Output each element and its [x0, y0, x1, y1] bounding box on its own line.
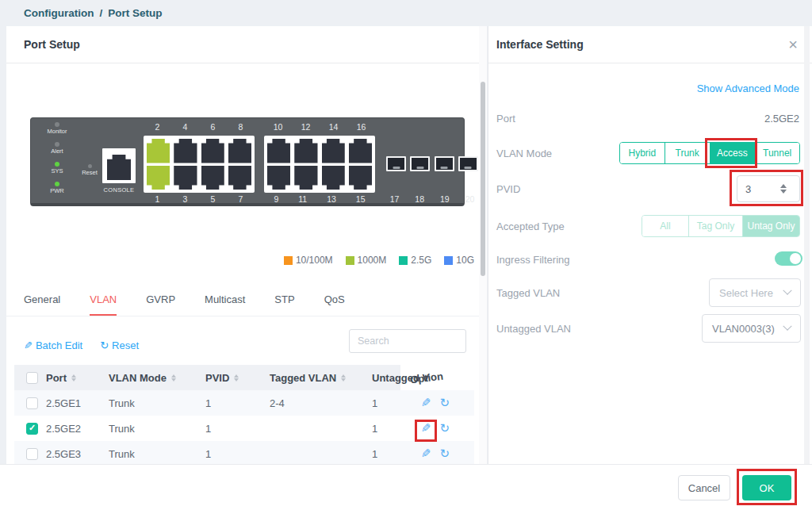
switch-port-2[interactable]	[147, 139, 170, 163]
cell-pvid: 1	[205, 416, 211, 441]
switch-port-4[interactable]	[174, 139, 197, 163]
led-pwr: PWR	[50, 182, 64, 201]
tab-general[interactable]: General	[24, 293, 60, 316]
switch-port-13[interactable]	[322, 166, 345, 190]
table-row-2.5ge3[interactable]: 2.5GE3 Trunk 1 1 ✎↻	[14, 441, 474, 464]
ok-button[interactable]: OK	[742, 475, 791, 500]
edit-row-icon[interactable]: ✎	[421, 421, 431, 435]
port-value: 2.5GE2	[764, 113, 799, 125]
breadcrumb-item-port-setup[interactable]: Port Setup	[108, 7, 162, 19]
header-pvid[interactable]: PVID	[205, 365, 239, 390]
select-all-checkbox[interactable]	[26, 365, 38, 390]
switch-port-15[interactable]	[349, 166, 372, 190]
sort-icon[interactable]	[341, 374, 346, 382]
reset-button-indicator: Reset	[77, 164, 102, 176]
switch-port-18[interactable]	[410, 156, 430, 171]
switch-port-3[interactable]	[174, 166, 197, 190]
search-input[interactable]	[349, 329, 466, 353]
ingress-filtering-toggle[interactable]	[775, 251, 802, 266]
row-checkbox[interactable]	[26, 423, 38, 435]
batch-edit-button[interactable]: ✎Batch Edit	[24, 339, 82, 351]
header-port[interactable]: Port	[46, 365, 76, 390]
vlan-mode-access-button[interactable]: Access	[710, 143, 755, 163]
breadcrumb-item-configuration[interactable]: Configuration	[24, 7, 94, 19]
edit-row-icon[interactable]: ✎	[421, 447, 431, 461]
drawer-scrollbar-track[interactable]	[804, 26, 810, 464]
header-vlan-mode[interactable]: VLAN Mode	[109, 365, 176, 390]
accepted-type-button-group: All Tag Only Untag Only	[642, 215, 800, 237]
untagged-vlan-select[interactable]: VLAN0003(3)	[702, 314, 801, 343]
stepper-up-icon[interactable]	[780, 184, 787, 188]
cell-untagged-vlan: 1	[372, 441, 377, 464]
page: Configuration / Port Setup Port Setup Mo…	[0, 0, 812, 510]
edit-row-icon[interactable]: ✎	[421, 396, 431, 410]
sort-icon[interactable]	[71, 374, 76, 382]
switch-device-graphic: Monitor Alert SYS PWR Reset CONSOLE 2468	[30, 117, 465, 206]
switch-port-17[interactable]	[386, 156, 406, 171]
pencil-icon: ✎	[24, 339, 33, 351]
reset-button[interactable]: ↻Reset	[100, 339, 139, 351]
switch-port-1[interactable]	[147, 166, 170, 190]
switch-port-16[interactable]	[349, 139, 372, 163]
reset-row-icon[interactable]: ↻	[440, 447, 450, 461]
toggle-knob	[790, 253, 801, 264]
switch-port-12[interactable]	[294, 139, 317, 163]
header-tagged-vlan[interactable]: Tagged VLAN	[270, 365, 346, 390]
table-row-2.5ge1[interactable]: 2.5GE1 Trunk 1 2-4 1 ✎↻	[14, 390, 474, 416]
vlan-mode-hybrid-button[interactable]: Hybrid	[620, 143, 665, 163]
table-row-2.5ge2[interactable]: 2.5GE2 Trunk 1 1 ✎↻	[14, 416, 474, 441]
cell-untagged-vlan: 1	[372, 390, 377, 416]
tab-gvrp[interactable]: GVRP	[146, 293, 175, 316]
chevron-down-icon	[783, 286, 791, 295]
reset-row-icon[interactable]: ↻	[440, 421, 450, 435]
scrollbar-thumb[interactable]	[481, 82, 485, 276]
switch-port-10[interactable]	[267, 139, 290, 163]
switch-port-9[interactable]	[267, 166, 290, 190]
pvid-stepper[interactable]	[780, 184, 787, 194]
switch-port-7[interactable]	[228, 166, 251, 190]
vlan-mode-tunnel-button[interactable]: Tunnel	[754, 143, 799, 163]
row-checkbox[interactable]	[26, 448, 38, 460]
accepted-type-untag-only-button[interactable]: Untag Only	[742, 216, 799, 236]
switch-port-11[interactable]	[294, 166, 317, 190]
checkbox-icon[interactable]	[26, 372, 38, 384]
tab-stp[interactable]: STP	[274, 293, 294, 316]
sort-icon[interactable]	[234, 374, 239, 382]
sfp-port-numbers: 17181920	[385, 194, 479, 204]
port-setup-tabs: General VLAN GVRP Multicast STP QoS	[6, 293, 479, 316]
switch-port-5[interactable]	[201, 166, 224, 190]
table-toolbar: ✎Batch Edit ↻Reset	[24, 339, 139, 351]
tab-qos[interactable]: QoS	[324, 293, 345, 316]
switch-port-14[interactable]	[322, 139, 345, 163]
switch-port-19[interactable]	[435, 156, 454, 171]
reset-row-icon[interactable]: ↻	[440, 396, 450, 410]
cell-port: 2.5GE3	[46, 441, 81, 464]
port-numbers-bottom-left: 1357	[144, 194, 255, 204]
pvid-label: PVID	[496, 183, 520, 195]
switch-port-20[interactable]	[458, 156, 478, 171]
stepper-down-icon[interactable]	[780, 190, 787, 194]
tagged-vlan-select[interactable]: Select Here	[709, 278, 801, 307]
cancel-button[interactable]: Cancel	[678, 475, 730, 500]
vlan-mode-trunk-button[interactable]: Trunk	[665, 143, 710, 163]
port-block-2	[264, 136, 375, 193]
status-led-block: Monitor Alert SYS PWR	[39, 122, 75, 201]
untagged-vlan-label: Untagged VLAN	[496, 323, 571, 335]
accepted-type-tag-only-button[interactable]: Tag Only	[688, 216, 742, 236]
legend-item-10-100m: 10/100M	[284, 255, 333, 266]
tab-multicast[interactable]: Multicast	[205, 293, 245, 316]
switch-port-8[interactable]	[228, 139, 251, 163]
row-checkbox[interactable]	[26, 397, 38, 409]
accepted-type-all-button[interactable]: All	[642, 216, 688, 236]
close-icon[interactable]: ×	[788, 36, 798, 52]
show-advanced-mode-link[interactable]: Show Advanced Mode	[697, 82, 799, 94]
sort-icon[interactable]	[171, 374, 176, 382]
pvid-input[interactable]	[737, 183, 779, 195]
legend-swatch-teal	[399, 256, 408, 265]
vertical-scrollbar[interactable]	[479, 26, 487, 464]
led-sys: SYS	[51, 162, 63, 182]
switch-port-6[interactable]	[201, 139, 224, 163]
refresh-icon: ↻	[100, 339, 109, 351]
sys-led-icon	[55, 162, 59, 167]
tab-vlan[interactable]: VLAN	[90, 293, 117, 316]
